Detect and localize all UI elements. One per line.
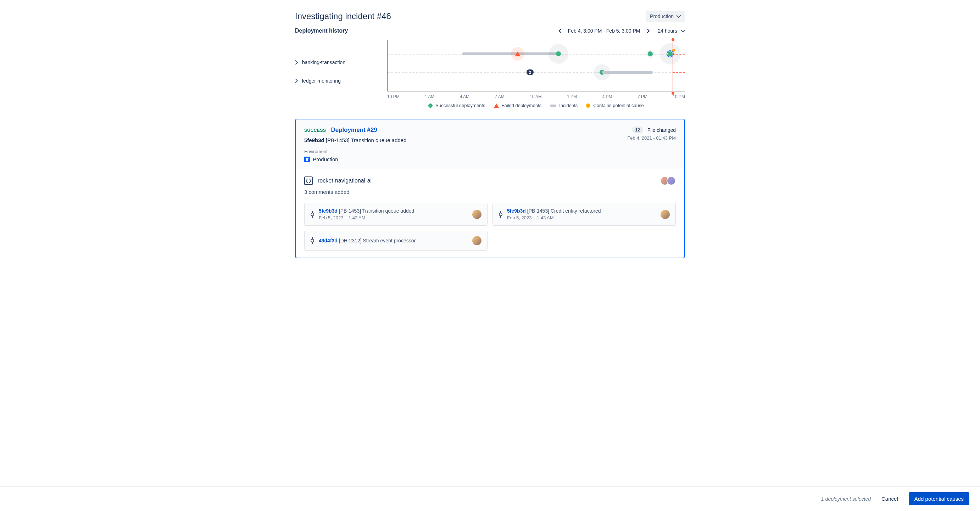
legend-item: Contains potential cause [586,103,644,108]
contributor-avatars[interactable] [663,176,676,185]
x-tick: 10 PM [387,94,399,99]
avatar [667,176,676,185]
commit-card[interactable]: 5fe9b3d [PB-1453] Transition queue added… [304,203,487,226]
range-label: Feb 4, 3:00 PM - Feb 5, 3:00 PM [568,28,640,34]
commit-message: [PB-1453] Credit entity refactored [527,208,601,214]
avatar [472,210,482,219]
success-deployment-marker[interactable] [556,51,561,56]
commit-card[interactable]: 49d4f3d [DH-2312] Stream event processor [304,231,487,251]
comments-added-label: 3 comments added [304,189,676,195]
x-tick: 10 PM [673,94,685,99]
service-name: ledger-monitoring [302,78,341,84]
chevron-down-icon [681,28,685,34]
range-window-label: 24 hours [658,28,677,34]
x-tick: 4 PM [602,94,612,99]
file-change-label: File changed [648,127,676,133]
x-tick: 4 AM [460,94,469,99]
legend-item: Failed deployments [494,103,542,108]
incident-bar[interactable] [462,52,518,55]
current-time-marker [673,40,673,93]
range-window-select[interactable]: 24 hours [658,28,685,34]
legend-item: Incidents [550,103,578,108]
deployment-link[interactable]: Deployment #29 [331,127,377,133]
range-next-button[interactable] [645,27,652,35]
x-tick: 10 AM [530,94,542,99]
commit-node-icon [310,237,315,244]
environment-label: Enviroment [304,149,407,154]
svg-point-1 [311,213,314,216]
avatar [660,210,670,219]
svg-point-5 [311,239,314,242]
code-icon [304,176,313,185]
chevron-right-icon [295,60,299,65]
x-tick: 1 AM [425,94,434,99]
deployment-timestamp: Feb 4, 2021 - 01:43 PM [627,135,676,141]
commit-hash: 5fe9b3d [319,208,337,214]
chevron-down-icon [676,13,681,19]
commit-node-icon [498,211,503,218]
deployment-detail-panel: SUCCESS Deployment #29 5fe9b3d [PB-1453]… [295,119,685,258]
x-tick: 7 PM [638,94,648,99]
commit-node-icon [310,211,315,218]
x-tick: 1 PM [567,94,577,99]
commit-message: [PB-1453] Transition queue added [326,137,407,143]
page-title: Investigating incident #46 [295,11,391,21]
commit-hash: 5fe9b3d [304,137,325,143]
cluster-marker[interactable]: 2 [527,70,534,75]
avatar [472,236,482,245]
section-subtitle: Deployment history [295,28,348,34]
range-prev-button[interactable] [557,27,563,35]
svg-point-3 [499,213,502,216]
commit-date: Feb 5, 2023 – 1:43 AM [507,215,656,221]
deployment-timeline-chart[interactable]: 2 [387,40,685,91]
legend-item: Successful deployments [428,103,485,108]
service-name: banking-transaction [302,60,345,65]
success-deployment-marker[interactable] [648,51,653,56]
commit-hash: 49d4f3d [319,238,337,243]
environment-select-label: Production [650,13,674,19]
environment-value: Production [313,156,338,162]
failed-deployment-marker[interactable] [515,51,520,57]
environment-select[interactable]: Production [646,11,685,22]
file-change-count: 12 [632,127,643,133]
x-tick: 7 AM [495,94,504,99]
repo-name[interactable]: rocket-navigational-ai [318,178,372,184]
incident-bar[interactable] [602,71,653,74]
commit-card[interactable]: 5fe9b3d [PB-1453] Credit entity refactor… [493,203,676,226]
commit-hash: 5fe9b3d [507,208,526,214]
commit-date: Feb 5, 2023 – 1:43 AM [319,215,468,221]
status-badge: SUCCESS [304,128,326,133]
service-row[interactable]: banking-transaction [295,53,387,71]
commit-message: [PB-1453] Transition queue added [339,208,414,214]
chevron-right-icon [295,79,299,83]
bitbucket-icon [304,157,310,162]
commit-message: [DH-2312] Stream event processor [339,238,415,243]
service-row[interactable]: ledger-monitoring [295,71,387,90]
